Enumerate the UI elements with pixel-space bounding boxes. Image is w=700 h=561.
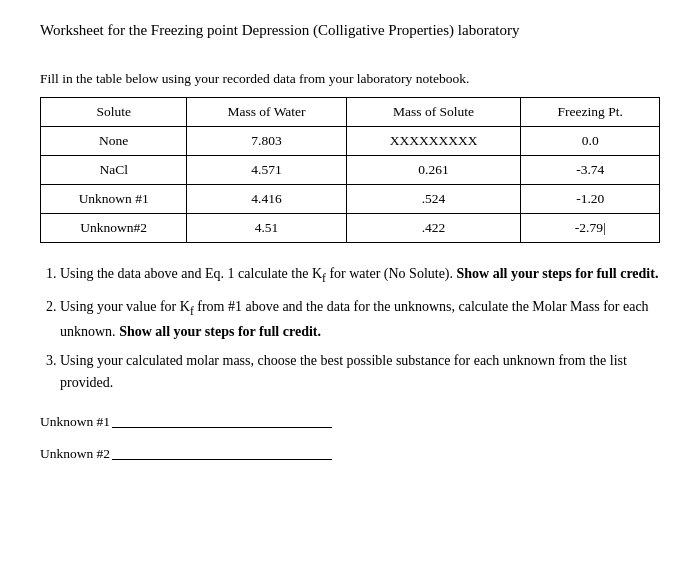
cell-mass-solute-3: .524 [346, 185, 521, 214]
table-row: None 7.803 XXXXXXXXX 0.0 [41, 127, 660, 156]
cell-freezing-3: -1.20 [521, 185, 660, 214]
cell-freezing-1: 0.0 [521, 127, 660, 156]
cell-mass-water-3: 4.416 [187, 185, 346, 214]
unknown-section: Unknown #1 Unknown #2 [40, 414, 660, 462]
data-table: Solute Mass of Water Mass of Solute Free… [40, 97, 660, 243]
unknown-2-blank [112, 459, 332, 460]
unknown-1-label: Unknown #1 [40, 414, 110, 430]
question-1: Using the data above and Eq. 1 calculate… [60, 263, 660, 288]
cell-mass-water-2: 4.571 [187, 156, 346, 185]
page-title: Worksheet for the Freezing point Depress… [40, 20, 660, 41]
cell-solute-3: Unknown #1 [41, 185, 187, 214]
unknown-2-label: Unknown #2 [40, 446, 110, 462]
unknown-2-line: Unknown #2 [40, 446, 660, 462]
question-2: Using your value for Kf from #1 above an… [60, 296, 660, 343]
cell-mass-solute-2: 0.261 [346, 156, 521, 185]
unknown-1-blank [112, 427, 332, 428]
question-3: Using your calculated molar mass, choose… [60, 350, 660, 393]
col-header-mass-solute: Mass of Solute [346, 98, 521, 127]
unknown-1-line: Unknown #1 [40, 414, 660, 430]
cell-mass-solute-1: XXXXXXXXX [346, 127, 521, 156]
table-row: NaCl 4.571 0.261 -3.74 [41, 156, 660, 185]
table-row: Unknown#2 4.51 .422 -2.79 [41, 214, 660, 243]
cell-freezing-4: -2.79 [521, 214, 660, 243]
questions-section: Using the data above and Eq. 1 calculate… [40, 263, 660, 394]
cell-solute-4: Unknown#2 [41, 214, 187, 243]
table-row: Unknown #1 4.416 .524 -1.20 [41, 185, 660, 214]
col-header-mass-water: Mass of Water [187, 98, 346, 127]
cell-solute-1: None [41, 127, 187, 156]
col-header-solute: Solute [41, 98, 187, 127]
instructions-text: Fill in the table below using your recor… [40, 71, 660, 87]
cell-solute-2: NaCl [41, 156, 187, 185]
col-header-freezing-pt: Freezing Pt. [521, 98, 660, 127]
cell-mass-solute-4: .422 [346, 214, 521, 243]
cell-mass-water-1: 7.803 [187, 127, 346, 156]
cell-mass-water-4: 4.51 [187, 214, 346, 243]
cell-freezing-2: -3.74 [521, 156, 660, 185]
